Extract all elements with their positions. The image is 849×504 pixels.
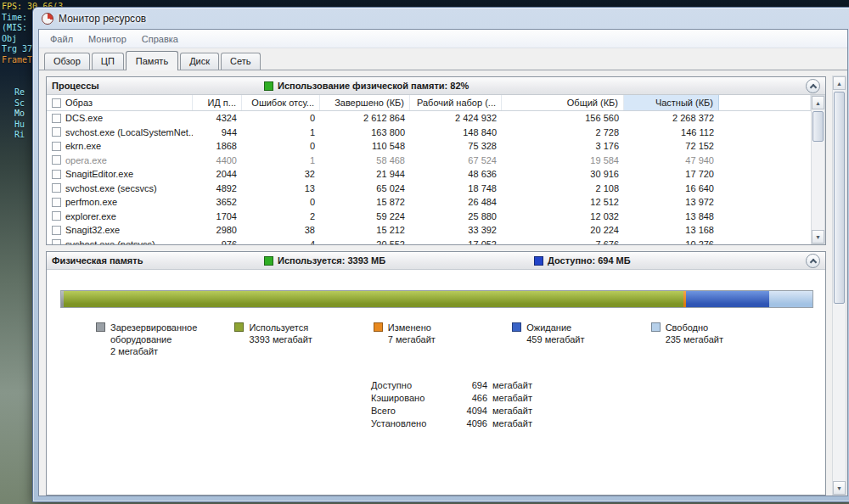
select-all-checkbox[interactable] [52,98,61,108]
tab-memory[interactable]: Память [126,51,178,70]
scroll-down-icon[interactable]: ▼ [812,230,824,244]
row-checkbox[interactable] [52,211,61,221]
process-table-body: DCS.exe432402 612 8642 424 932156 5602 2… [47,111,811,244]
tab-disk[interactable]: Диск [180,53,219,70]
table-row[interactable]: svchost.exe (netsvcs)976420 55217 0527 6… [47,238,811,245]
tab-overview[interactable]: Обзор [44,53,90,70]
row-checkbox[interactable] [52,155,61,165]
row-checkbox[interactable] [52,114,61,123]
cell-shared: 20 224 [502,225,624,235]
tab-cpu[interactable]: ЦП [92,53,124,70]
cell-working: 2 424 932 [410,113,502,123]
cell-working: 17 052 [410,239,502,244]
cell-shared: 19 584 [502,155,624,165]
physical-memory-usage-status: Использование физической памяти: 82% [264,81,469,91]
physical-memory-panel: Физическая память Используется: 3393 МБ … [46,251,826,496]
scroll-up-icon[interactable]: ▲ [812,96,824,109]
cell-faults: 32 [242,169,320,179]
cell-shared: 7 676 [502,239,624,244]
cell-shared: 156 560 [502,113,624,123]
table-row[interactable]: perfmon.exe3652015 87226 48412 51213 972 [47,195,811,210]
cell-faults: 2 [242,211,320,221]
content-area: Процессы Использование физической памяти… [39,70,847,496]
row-checkbox[interactable] [52,239,61,244]
row-checkbox[interactable] [52,183,61,193]
menu-help[interactable]: Справка [135,31,185,47]
cell-faults: 4 [242,239,320,244]
table-row[interactable]: explorer.exe1704259 22425 88012 03213 84… [47,210,811,224]
scroll-up-icon[interactable]: ▲ [833,76,846,90]
collapse-memory-button[interactable] [806,254,820,268]
legend-color-square [651,322,661,332]
row-checkbox[interactable] [52,170,61,179]
scroll-down-icon[interactable]: ▼ [833,481,846,495]
column-header-pid[interactable]: ИД п... [193,95,242,110]
legend-color-square [374,322,383,332]
memory-available-status: Доступно: 694 МБ [534,255,806,266]
column-header-image[interactable]: Образ [47,95,193,110]
main-scrollbar[interactable]: ▲ ▼ [832,76,846,496]
cell-pid: 4324 [193,113,242,123]
cell-pid: 1868 [193,141,242,151]
table-row[interactable]: opera.exe4400158 46867 52419 58447 940 [47,154,811,168]
cell-pid: 3652 [193,197,242,207]
process-table-header: Образ ИД п... Ошибок отсу... Завершено (… [47,95,811,111]
memory-available-label: Доступно: 694 МБ [548,255,631,266]
menu-file[interactable]: Файл [43,31,80,47]
row-checkbox[interactable] [52,127,61,137]
cell-faults: 0 [242,197,320,207]
legend-color-square [96,322,105,332]
cell-working: 25 880 [410,211,502,221]
legend-text: Изменено7 мегабайт [388,322,436,345]
menu-monitor[interactable]: Монитор [82,31,133,47]
cell-faults: 0 [242,141,320,151]
cell-shared: 12 512 [502,197,624,207]
process-table: Образ ИД п... Ошибок отсу... Завершено (… [47,95,825,244]
legend-item: Изменено7 мегабайт [374,322,512,357]
table-row[interactable]: Snagit32.exe29803815 21233 39220 22413 1… [47,223,811,238]
cell-working: 48 636 [410,169,502,179]
table-row[interactable]: svchost.exe (secsvcs)48921365 02418 7482… [47,182,811,196]
memory-stat-row: Кэшировано466мегабайт [371,392,575,405]
scrollbar-thumb[interactable] [812,111,824,142]
tabstrip: Обзор ЦП Память Диск Сеть [39,48,847,70]
cell-commit: 21 944 [320,169,410,179]
column-header-commit[interactable]: Завершено (КБ) [320,95,410,110]
table-row[interactable]: svchost.exe (LocalSystemNet...9441163 80… [47,126,811,140]
cell-private: 146 112 [624,127,719,137]
cell-image: svchost.exe (netsvcs) [47,239,193,244]
cell-working: 26 484 [410,197,502,207]
client-area: Файл Монитор Справка Обзор ЦП Память Дис… [38,29,848,496]
row-checkbox[interactable] [52,142,61,151]
scrollbar-thumb[interactable] [834,92,845,304]
legend-item: Используется3393 мегабайт [234,322,373,357]
column-header-working-set[interactable]: Рабочий набор (... [410,95,502,110]
memory-stat-row: Установлено4096мегабайт [371,417,575,430]
column-header-hard-faults[interactable]: Ошибок отсу... [242,95,320,110]
row-checkbox[interactable] [52,226,61,235]
titlebar[interactable]: Монитор ресурсов [38,8,848,29]
column-header-filler [719,95,811,110]
column-header-shareable[interactable]: Общий (КБ) [502,95,624,110]
cell-pid: 4892 [193,183,242,193]
physical-memory-title: Физическая память [52,255,264,266]
cell-commit: 15 212 [320,225,410,235]
memory-used-status: Используется: 3393 МБ [264,255,534,266]
collapse-processes-button[interactable] [806,79,820,93]
cell-private: 13 972 [624,197,719,207]
cell-working: 75 328 [410,141,502,151]
cell-shared: 2 728 [502,127,624,137]
cell-image: ekrn.exe [47,141,193,151]
cell-pid: 1704 [193,211,242,221]
cell-faults: 1 [242,155,320,165]
table-row[interactable]: DCS.exe432402 612 8642 424 932156 5602 2… [47,111,811,126]
process-table-scrollbar[interactable]: ▲ ▼ [811,95,825,244]
cell-image: perfmon.exe [47,197,193,207]
tab-network[interactable]: Сеть [221,53,260,70]
table-row[interactable]: SnagitEditor.exe20443221 94448 63630 916… [47,167,811,182]
row-checkbox[interactable] [52,198,61,207]
table-row[interactable]: ekrn.exe18680110 54875 3283 17672 152 [47,139,811,154]
cell-image: SnagitEditor.exe [47,169,193,179]
column-header-private[interactable]: Частный (КБ) [624,95,719,110]
cell-shared: 30 916 [502,169,624,179]
